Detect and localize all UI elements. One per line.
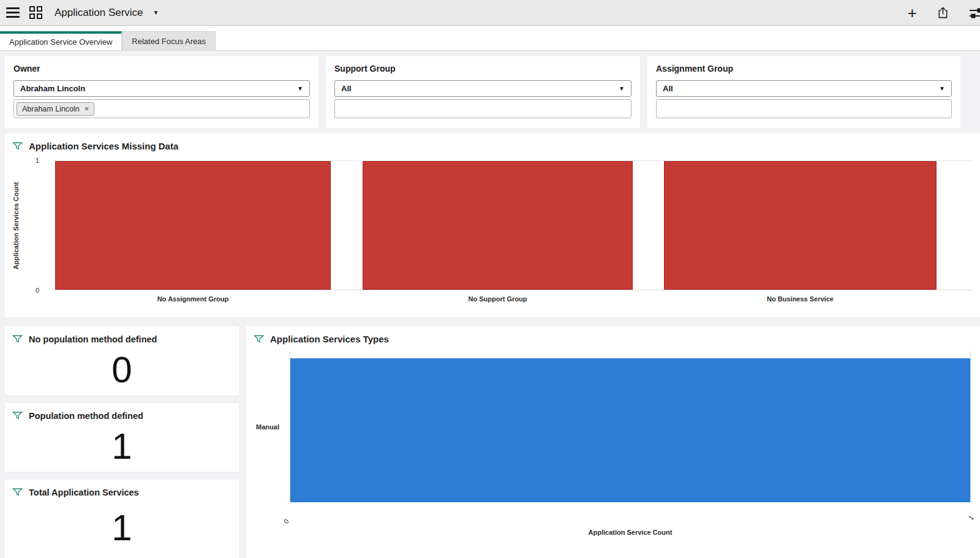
chart-service-types-card: Application Services Types Manual 0 1 Ap… xyxy=(246,326,980,558)
chevron-down-icon: ▼ xyxy=(297,85,303,92)
stat-title: Total Application Services xyxy=(29,488,139,497)
owner-select[interactable]: Abraham Lincoln ▼ xyxy=(13,80,310,97)
filter-funnel-icon[interactable] xyxy=(12,487,23,497)
share-button[interactable] xyxy=(927,0,959,26)
assignment-group-chip-area[interactable] xyxy=(656,99,952,118)
x-axis-tick-max: 1 xyxy=(967,514,974,521)
stat-card-no-population-method: No population method defined 0 xyxy=(5,326,239,395)
support-group-selected-value: All xyxy=(341,84,352,93)
bar-no-support-group[interactable] xyxy=(363,161,633,290)
filter-card-assignment-group: Assignment Group All ▼ xyxy=(647,56,960,128)
chevron-down-icon: ▼ xyxy=(939,85,945,92)
dashboard-title-dropdown[interactable]: Application Service ▼ xyxy=(55,7,159,19)
chart-title-row: Application Services Missing Data xyxy=(5,134,980,151)
owner-chip: Abraham Lincoln × xyxy=(17,102,94,116)
owner-chip-area[interactable]: Abraham Lincoln × xyxy=(13,99,310,118)
chip-label: Abraham Lincoln xyxy=(22,105,80,113)
chart-title: Application Services Missing Data xyxy=(29,141,178,151)
assignment-group-select[interactable]: All ▼ xyxy=(656,80,952,97)
stat-value: 0 xyxy=(111,352,132,388)
add-widget-button[interactable]: + xyxy=(898,0,927,26)
chevron-down-icon: ▼ xyxy=(153,9,159,16)
share-icon xyxy=(937,6,949,19)
filter-label: Support Group xyxy=(334,64,631,74)
bar-manual[interactable] xyxy=(290,358,970,502)
filter-funnel-icon[interactable] xyxy=(12,334,23,344)
category-label: No Business Service xyxy=(664,295,937,303)
y-axis-category-label: Manual xyxy=(246,351,284,502)
x-axis-label: Application Service Count xyxy=(290,529,971,536)
grid-icon xyxy=(29,6,42,19)
y-axis-label: Application Services Count xyxy=(10,160,22,290)
stat-title-row: Total Application Services xyxy=(5,480,239,497)
sliders-icon xyxy=(969,6,980,20)
x-axis-tick-min: 0 xyxy=(282,518,290,525)
stat-title-row: Population method defined xyxy=(5,403,239,421)
tab-bar: Application Service Overview Related Foc… xyxy=(0,26,980,51)
chart-missing-data-card: Application Services Missing Data Applic… xyxy=(5,134,980,317)
tab-related-focus-areas[interactable]: Related Focus Areas xyxy=(122,31,216,50)
tab-application-service-overview[interactable]: Application Service Overview xyxy=(0,31,122,50)
dashboard-settings-button[interactable] xyxy=(959,0,980,26)
stat-value: 1 xyxy=(111,510,132,546)
tab-label: Related Focus Areas xyxy=(132,37,206,46)
stat-value: 1 xyxy=(111,428,132,465)
chart-title: Application Services Types xyxy=(270,334,389,344)
filter-label: Assignment Group xyxy=(656,64,952,74)
stat-title: No population method defined xyxy=(29,334,157,344)
plot-area xyxy=(290,351,971,502)
page-title: Application Service xyxy=(55,7,143,19)
bar-no-business-service[interactable] xyxy=(664,161,937,290)
hamburger-icon xyxy=(6,7,20,18)
stat-card-population-method-defined: Population method defined 1 xyxy=(5,403,239,472)
support-group-select[interactable]: All ▼ xyxy=(334,80,631,97)
hamburger-menu-button[interactable] xyxy=(0,0,24,26)
stat-card-total-application-services: Total Application Services 1 xyxy=(5,480,239,558)
support-group-chip-area[interactable] xyxy=(334,99,631,118)
stat-value-area: 1 xyxy=(5,497,239,558)
plot-area xyxy=(55,160,973,290)
filter-card-support-group: Support Group All ▼ xyxy=(326,56,640,128)
y-axis-tick-min: 0 xyxy=(5,287,39,294)
owner-selected-value: Abraham Lincoln xyxy=(20,84,85,93)
x-axis-category-labels: No Assignment Group No Support Group No … xyxy=(55,295,973,305)
app-grid-button[interactable] xyxy=(24,0,47,26)
chart-title-row: Application Services Types xyxy=(246,326,980,344)
category-label: No Assignment Group xyxy=(55,295,331,303)
stat-value-area: 1 xyxy=(5,421,239,472)
category-label: No Support Group xyxy=(363,295,633,303)
filter-funnel-icon[interactable] xyxy=(12,410,23,421)
tab-label: Application Service Overview xyxy=(9,37,112,47)
bar-no-assignment-group[interactable] xyxy=(55,161,331,290)
top-header: Application Service ▼ + xyxy=(0,0,980,26)
stat-value-area: 0 xyxy=(5,344,239,395)
header-right: + xyxy=(898,0,980,25)
stat-title: Population method defined xyxy=(29,411,143,421)
filter-funnel-icon[interactable] xyxy=(12,141,23,151)
filter-card-owner: Owner Abraham Lincoln ▼ Abraham Lincoln … xyxy=(5,56,318,128)
stat-title-row: No population method defined xyxy=(5,326,239,344)
assignment-group-selected-value: All xyxy=(663,84,673,93)
y-axis-tick-max: 1 xyxy=(5,157,39,164)
header-left: Application Service ▼ xyxy=(0,0,159,25)
filter-funnel-icon[interactable] xyxy=(254,334,264,344)
filter-label: Owner xyxy=(13,64,310,74)
close-icon[interactable]: × xyxy=(85,105,89,113)
plus-icon: + xyxy=(908,7,917,19)
chevron-down-icon: ▼ xyxy=(619,85,625,92)
